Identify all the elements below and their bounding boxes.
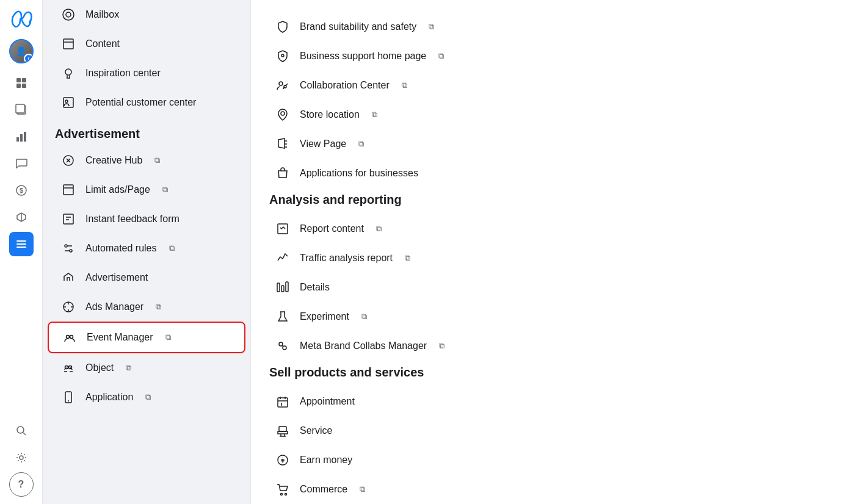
svg-point-52 [283,346,286,350]
brand-suitability-label: Brand suitability and safety [300,21,416,32]
right-item-business-support[interactable]: Business support home page ⧉ [269,41,827,71]
meta-logo [9,7,34,32]
application-ext: ⧉ [145,392,151,402]
right-item-report-content[interactable]: Report content ⧉ [269,214,827,243]
menu-item-creative-hub[interactable]: Creative Hub ⧉ [48,146,245,175]
feedback-icon [60,211,77,228]
svg-rect-8 [24,132,26,142]
right-item-meta-brand-collabs[interactable]: Meta Brand Collabs Manager ⧉ [269,331,827,361]
chat-nav-button[interactable] [9,151,34,176]
right-item-collaboration[interactable]: Collaboration Center ⧉ [269,71,827,100]
appointment-label: Appointment [300,396,355,407]
right-item-apps-businesses[interactable]: Applications for businesses [269,159,827,188]
feedback-label: Instant feedback form [85,214,180,225]
ads-nav-button[interactable] [9,205,34,229]
ads-manager-ext: ⧉ [156,302,161,312]
ads-manager-icon [60,298,77,315]
svg-rect-49 [286,282,288,292]
menu-item-application[interactable]: Application ⧉ [48,383,245,412]
svg-point-39 [281,54,284,57]
store-location-label: Store location [300,109,360,120]
store-location-ext: ⧉ [372,110,377,120]
right-item-earn-money[interactable]: $ Earn money [269,445,827,475]
svg-rect-46 [278,224,288,234]
report-content-ext: ⧉ [376,224,382,234]
menu-item-potential-customer[interactable]: Potential customer center [48,88,245,117]
menu-nav-button[interactable] [9,232,34,256]
mailbox-icon [60,6,77,23]
brand-shield-icon [274,18,291,35]
menu-item-automated-rules[interactable]: Automated rules ⧉ [48,234,245,263]
experiment-icon [274,308,291,325]
chart-nav-button[interactable] [9,124,34,149]
menu-item-mailbox[interactable]: Mailbox [48,0,245,29]
meta-brand-collabs-label: Meta Brand Collabs Manager [300,340,427,351]
automated-rules-label: Automated rules [85,243,157,254]
right-item-experiment[interactable]: Experiment ⧉ [269,302,827,331]
view-page-ext: ⧉ [358,139,364,149]
menu-item-feedback-form[interactable]: Instant feedback form [48,204,245,234]
menu-item-inspiration[interactable]: Inspiration center [48,59,245,88]
svg-point-30 [70,250,72,252]
advertisement-icon [60,269,77,286]
collaboration-ext: ⧉ [402,81,407,90]
right-item-commerce[interactable]: Commerce ⧉ [269,475,827,504]
menu-item-limit-ads[interactable]: Limit ads/Page ⧉ [48,175,245,204]
content-icon [60,35,77,52]
menu-item-advertisement[interactable]: Advertisement [48,263,245,292]
meta-brand-collabs-icon [274,337,291,355]
svg-point-14 [17,427,24,433]
menu-item-object[interactable]: Object ⧉ [48,353,245,383]
right-panel: Brand suitability and safety ⧉ Business … [250,0,845,504]
application-icon [60,389,77,406]
report-content-label: Report content [300,223,364,234]
svg-rect-1 [22,78,26,82]
advertisement-label: Advertisement [85,272,148,283]
right-item-store-location[interactable]: Store location ⧉ [269,100,827,129]
right-item-brand-suitability[interactable]: Brand suitability and safety ⧉ [269,12,827,41]
right-item-service[interactable]: Service [269,416,827,445]
earn-money-icon: $ [274,452,291,469]
event-manager-ext: ⧉ [165,333,171,342]
pages-nav-button[interactable] [9,98,34,122]
application-label: Application [85,392,133,403]
sell-section-header: Sell products and services [269,361,827,387]
svg-rect-26 [63,214,73,224]
menu-item-ads-manager[interactable]: Ads Manager ⧉ [48,292,245,322]
grid-nav-button[interactable] [9,71,34,95]
monetize-nav-button[interactable]: $ [9,178,34,203]
svg-rect-0 [16,78,21,82]
event-manager-icon [61,329,78,346]
business-support-label: Business support home page [300,51,426,62]
avatar[interactable]: 👤 f [9,39,34,63]
object-icon [60,359,77,376]
help-nav-button[interactable]: ? [9,472,34,497]
menu-item-event-manager[interactable]: Event Manager ⧉ [48,322,245,353]
report-content-icon [274,220,291,237]
settings-nav-button[interactable] [9,445,34,470]
details-icon [274,279,291,296]
right-item-traffic-analysis[interactable]: Traffic analysis report ⧉ [269,243,827,273]
object-label: Object [85,362,114,373]
main-content: Mailbox Content Inspiration center [43,0,845,504]
svg-point-40 [279,82,283,85]
svg-rect-7 [20,134,23,142]
svg-rect-5 [16,104,24,113]
store-location-icon [274,106,291,123]
earn-money-label: Earn money [300,455,352,466]
right-item-appointment[interactable]: Appointment [269,387,827,416]
traffic-analysis-ext: ⧉ [405,253,410,263]
menu-item-content[interactable]: Content [48,29,245,59]
svg-rect-48 [281,286,284,292]
right-item-view-page[interactable]: View Page ⧉ [269,129,827,159]
svg-point-63 [281,494,283,495]
creative-hub-label: Creative Hub [85,155,142,166]
inspiration-label: Inspiration center [85,68,161,79]
limit-ads-icon [60,181,77,198]
event-manager-label: Event Manager [87,332,153,343]
svg-point-22 [65,100,68,103]
right-item-details[interactable]: Details [269,273,827,302]
analysis-section-header: Analysis and reporting [269,188,827,214]
appointment-icon [274,393,291,410]
search-nav-button[interactable] [9,419,34,443]
